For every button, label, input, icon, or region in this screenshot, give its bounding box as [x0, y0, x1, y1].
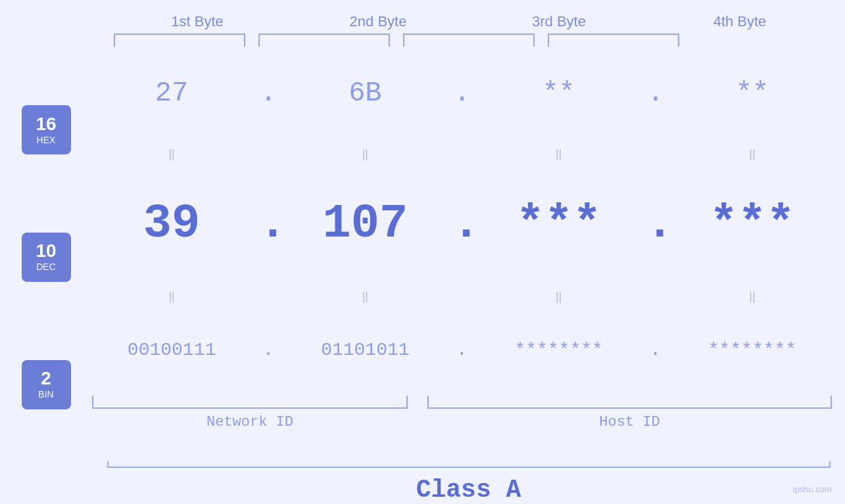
badges-column: 16 HEX 10 DEC 2 BIN	[0, 53, 92, 461]
bracket-byte4	[548, 34, 679, 47]
bottom-brackets	[92, 396, 832, 409]
hex-badge: 16 HEX	[22, 105, 71, 154]
network-id-label: Network ID	[92, 414, 408, 430]
dec-sep2: .	[452, 197, 471, 251]
bracket-byte3	[403, 34, 535, 47]
bracket-host	[427, 396, 832, 409]
hex-byte1-cell: 27	[99, 78, 244, 109]
hex-sep1: .	[258, 78, 278, 109]
header-byte4: 4th Byte	[674, 13, 806, 30]
bin-badge-num: 2	[41, 369, 51, 388]
hex-sep3: .	[646, 78, 665, 109]
hex-byte3: **	[542, 78, 575, 109]
eq1-b1: ||	[99, 145, 244, 162]
hex-byte3-cell: **	[487, 78, 631, 109]
hex-badge-label: HEX	[37, 135, 56, 145]
watermark: ipshu.com	[793, 484, 832, 494]
bin-sep3: .	[646, 340, 665, 360]
dec-byte1: 39	[143, 197, 200, 251]
big-bracket-container: Class A	[107, 461, 831, 504]
equals-row-1: || || || ||	[92, 145, 832, 162]
header-byte1: 1st Byte	[132, 13, 263, 30]
hex-byte4: **	[736, 78, 769, 109]
dec-sep3: .	[646, 197, 665, 251]
hex-byte2-cell: 6B	[293, 78, 437, 109]
dec-row: 39 . 107 . *** . ***	[92, 197, 832, 251]
eq1-b3: ||	[487, 145, 631, 162]
eq2-b1: ||	[99, 287, 244, 304]
bin-row: 00100111 . 01101011 . ******** . *******…	[92, 340, 832, 360]
bracket-network	[92, 396, 408, 409]
eq2-b2: ||	[293, 287, 437, 304]
bin-byte2: 01101011	[321, 340, 409, 360]
dec-byte4-cell: ***	[680, 197, 825, 251]
eq2-b4: ||	[680, 287, 825, 304]
bracket-byte2	[258, 34, 390, 47]
equals-row-2: || || || ||	[92, 287, 832, 304]
bin-byte3: ********	[514, 340, 602, 360]
hex-row: 27 . 6B . ** . **	[92, 78, 832, 109]
bin-byte2-cell: 01101011	[293, 340, 437, 360]
bin-byte4: ********	[708, 340, 796, 360]
id-labels-row: Network ID Host ID	[92, 414, 832, 430]
dec-badge-num: 10	[36, 242, 56, 260]
dec-byte1-cell: 39	[99, 197, 244, 251]
dec-byte3-cell: ***	[487, 197, 631, 251]
bin-sep2: .	[452, 340, 471, 360]
eq1-b4: ||	[680, 145, 825, 162]
bin-byte4-cell: ********	[680, 340, 825, 360]
dec-byte2-cell: 107	[293, 197, 437, 251]
class-label-row: Class A	[107, 476, 831, 504]
host-id-label: Host ID	[427, 414, 832, 430]
dec-sep1: .	[258, 197, 278, 251]
dec-badge: 10 DEC	[22, 233, 71, 282]
bin-byte1: 00100111	[128, 340, 216, 360]
bin-badge: 2 BIN	[22, 360, 71, 409]
bin-badge-label: BIN	[38, 389, 53, 400]
eq1-b2: ||	[293, 145, 437, 162]
big-bottom-bracket	[107, 461, 831, 468]
header-byte2: 2nd Byte	[312, 13, 444, 30]
rows-container: 27 . 6B . ** . ** || ||	[92, 53, 845, 461]
hex-byte1: 27	[155, 78, 188, 109]
content-area: 16 HEX 10 DEC 2 BIN 27 . 6B	[0, 53, 845, 461]
dec-byte2: 107	[323, 197, 408, 251]
bin-byte1-cell: 00100111	[99, 340, 244, 360]
bracket-byte1	[114, 34, 245, 47]
main-container: 1st Byte 2nd Byte 3rd Byte 4th Byte 16 H…	[0, 0, 845, 504]
eq2-b3: ||	[487, 287, 631, 304]
bin-byte3-cell: ********	[487, 340, 631, 360]
dec-byte3: ***	[516, 197, 602, 251]
header-byte3: 3rd Byte	[493, 13, 625, 30]
dec-badge-label: DEC	[36, 262, 56, 272]
hex-badge-num: 16	[36, 115, 56, 133]
bottom-section: Network ID Host ID	[92, 396, 832, 430]
dec-byte4: ***	[710, 197, 795, 251]
hex-sep2: .	[452, 78, 471, 109]
hex-byte4-cell: **	[680, 78, 825, 109]
top-brackets	[107, 34, 831, 47]
bin-sep1: .	[258, 340, 278, 360]
hex-byte2: 6B	[349, 78, 381, 109]
class-label: Class A	[416, 476, 521, 504]
byte-headers: 1st Byte 2nd Byte 3rd Byte 4th Byte	[107, 0, 831, 30]
